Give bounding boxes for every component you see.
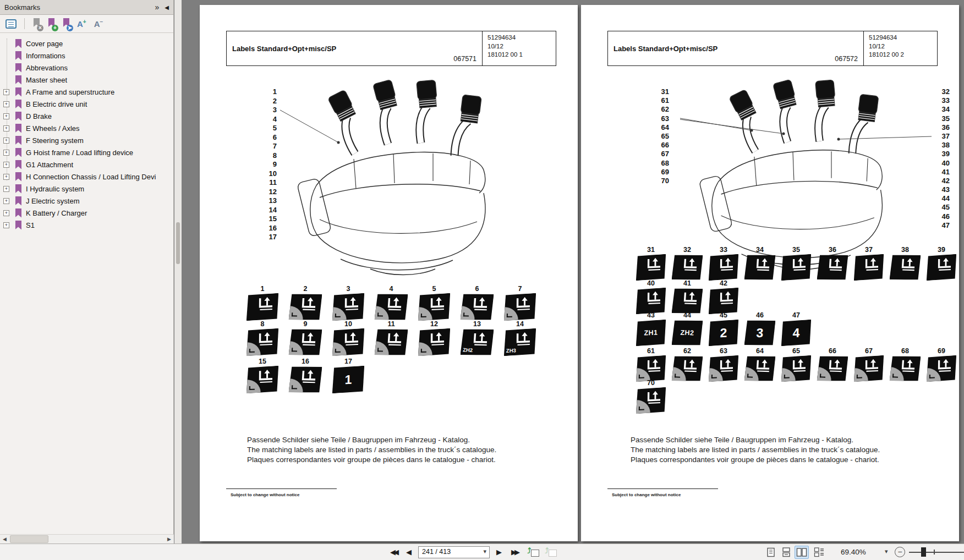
- label-sticker: [672, 288, 703, 314]
- panel-splitter[interactable]: [174, 0, 182, 543]
- zoom-level[interactable]: 69.40%: [841, 548, 866, 556]
- label-sticker: [636, 355, 666, 382]
- bookmark-item[interactable]: + E Wheels / Axles: [0, 122, 173, 134]
- mini-glyph: [820, 374, 825, 377]
- callout-number: 64: [653, 123, 669, 132]
- bookmark-item[interactable]: + Cover page: [0, 37, 173, 50]
- mini-glyph: [421, 314, 426, 317]
- bookmark-flag-icon: [14, 51, 21, 61]
- bookmark-item[interactable]: + A Frame and superstructure: [0, 86, 173, 98]
- expander-plus-icon[interactable]: +: [3, 113, 9, 119]
- expander-plus-icon[interactable]: +: [3, 101, 9, 107]
- callout-number: 45: [933, 203, 950, 212]
- next-page-icon[interactable]: ▶: [493, 547, 505, 558]
- delete-bookmark-icon[interactable]: ×: [32, 18, 40, 30]
- page-dropdown-caret-icon[interactable]: ▾: [483, 548, 486, 555]
- bookmark-item[interactable]: + D Brake: [0, 110, 173, 122]
- increase-text-size-icon[interactable]: A+: [77, 19, 86, 29]
- splitter-handle[interactable]: [176, 222, 180, 264]
- fork-up-arrow-icon: [788, 255, 810, 274]
- bookmark-item[interactable]: + G Hoist frame / Load lifting device: [0, 146, 173, 158]
- bookmark-flag-icon: [14, 221, 21, 230]
- expander-plus-icon[interactable]: +: [3, 186, 9, 192]
- decrease-text-size-icon[interactable]: A−: [94, 19, 103, 29]
- expander-plus-icon[interactable]: +: [3, 174, 9, 180]
- label-tile: 14 ZH3: [504, 320, 536, 355]
- label-sticker: [375, 293, 408, 321]
- bookmark-item[interactable]: + H Connection Chassis / Load Lifting De…: [0, 171, 173, 183]
- first-page-icon[interactable]: ◀◀: [386, 547, 401, 558]
- expander-plus-icon[interactable]: +: [3, 89, 9, 95]
- bookmark-item[interactable]: + Informations: [0, 50, 173, 62]
- bookmark-item[interactable]: + G1 Attachment: [0, 158, 173, 171]
- panel-collapse-icon[interactable]: ◀: [165, 4, 169, 10]
- bookmark-item[interactable]: + Master sheet: [0, 74, 173, 86]
- bookmark-item[interactable]: + Abbrevations: [0, 62, 173, 74]
- scrollbar-thumb[interactable]: [10, 535, 48, 543]
- previous-page-icon[interactable]: ◀: [403, 547, 415, 558]
- mini-glyph: [892, 374, 898, 377]
- label-tile-number: 39: [938, 246, 945, 255]
- bookmark-options-icon[interactable]: [6, 19, 17, 29]
- label-sticker: [332, 293, 364, 321]
- scroll-left-icon[interactable]: ◀: [0, 535, 9, 543]
- label-tile-number: 65: [792, 347, 800, 356]
- label-sticker: [418, 328, 450, 356]
- callout-number: 46: [933, 212, 950, 221]
- callout-number: 68: [653, 159, 669, 168]
- zoom-dropdown-caret-icon[interactable]: ▾: [885, 548, 888, 555]
- bookmark-item[interactable]: + I Hydraulic system: [0, 183, 173, 195]
- zoom-slider-thumb[interactable]: [921, 547, 926, 557]
- bookmarks-toolbar: × + ➤ A+ A−: [0, 15, 173, 33]
- expander-plus-icon[interactable]: +: [3, 222, 9, 228]
- expander-plus-icon[interactable]: +: [3, 150, 9, 156]
- callout-number: 61: [653, 96, 669, 105]
- label-tile-number: 42: [720, 279, 727, 288]
- last-page-icon[interactable]: ▶▶: [507, 547, 522, 558]
- expander-plus-icon[interactable]: +: [3, 125, 9, 131]
- document-view: Labels Standard+Opt+misc/SP 067571 51294…: [182, 0, 964, 543]
- panel-expand-icon[interactable]: »: [155, 3, 160, 12]
- mini-glyph: [421, 349, 426, 353]
- bookmark-flag-icon: [14, 160, 21, 169]
- callout-number: 17: [260, 233, 277, 242]
- add-bookmark-icon[interactable]: +: [47, 18, 54, 30]
- next-view-icon[interactable]: ⤴: [545, 546, 557, 557]
- facing-continuous-view-icon[interactable]: [812, 546, 826, 559]
- sidebar-horizontal-scrollbar[interactable]: ◀ ▶: [0, 534, 174, 543]
- bookmark-item[interactable]: + F Steering system: [0, 134, 173, 146]
- bookmark-item[interactable]: + J Electric system: [0, 195, 173, 207]
- bookmarks-panel: Bookmarks » ◀ × + ➤ A+ A− + Cover page: [0, 0, 174, 543]
- bookmark-label: B Electric drive unit: [26, 100, 87, 108]
- bookmark-label: K Battery / Charger: [26, 209, 87, 217]
- callout-number-column: 1 2 3 4 5 6 7 8 9 10 11 12: [260, 87, 277, 242]
- locate-bookmark-icon[interactable]: ➤: [62, 18, 69, 30]
- scroll-right-icon[interactable]: ▶: [165, 535, 174, 543]
- label-sticker: [890, 355, 921, 381]
- expander-plus-icon[interactable]: +: [3, 162, 9, 168]
- callout-number: 13: [260, 196, 277, 206]
- label-tile-number: 63: [720, 347, 727, 356]
- facing-pages-view-icon[interactable]: [795, 546, 809, 559]
- expander-plus-icon[interactable]: +: [3, 198, 9, 204]
- expander-plus-icon[interactable]: +: [3, 210, 9, 216]
- bookmark-item[interactable]: + B Electric drive unit: [0, 98, 173, 110]
- zoom-out-icon[interactable]: −: [895, 547, 905, 557]
- label-tile-number: 64: [756, 347, 764, 356]
- label-tile-number: 34: [756, 246, 764, 255]
- single-page-view-icon[interactable]: [764, 546, 778, 559]
- mini-glyph: [249, 349, 255, 353]
- bookmark-item[interactable]: + S1: [0, 219, 173, 231]
- label-tile: 1: [247, 285, 278, 320]
- page-number-input[interactable]: 241 / 413 ▾: [418, 546, 490, 558]
- expander-plus-icon[interactable]: +: [3, 138, 9, 144]
- bookmark-item[interactable]: + K Battery / Charger: [0, 207, 173, 219]
- continuous-view-icon[interactable]: [779, 546, 793, 559]
- label-tile-number: 8: [261, 320, 265, 329]
- label-tile: 5: [418, 285, 450, 320]
- bookmark-flag-icon: [14, 136, 21, 145]
- label-sticker: 1: [332, 366, 364, 394]
- zoom-slider-track[interactable]: [909, 552, 964, 553]
- previous-view-icon[interactable]: ⤴: [527, 546, 539, 557]
- label-tile-number: 70: [647, 379, 655, 388]
